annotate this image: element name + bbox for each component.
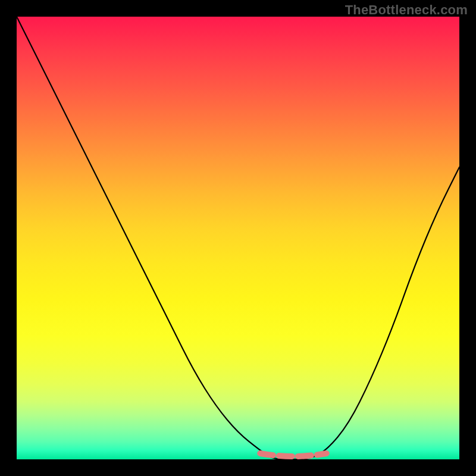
watermark-text: TheBottleneck.com xyxy=(345,2,468,18)
chart-frame: TheBottleneck.com xyxy=(0,0,476,476)
bottleneck-curve xyxy=(17,17,459,459)
plot-area xyxy=(17,17,459,459)
